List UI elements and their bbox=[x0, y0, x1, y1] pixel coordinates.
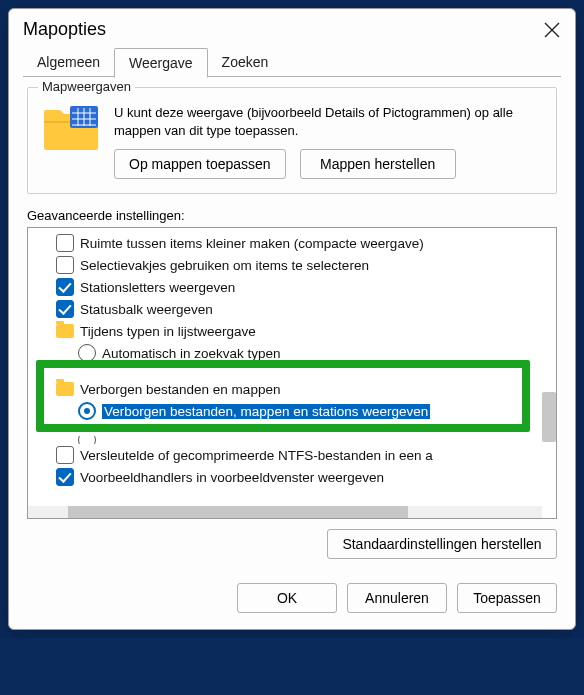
radio-icon[interactable] bbox=[78, 402, 96, 420]
window-title: Mapopties bbox=[23, 19, 106, 40]
dialog-footer: OK Annuleren Toepassen bbox=[9, 573, 575, 629]
apply-to-folders-button[interactable]: Op mappen toepassen bbox=[114, 149, 286, 179]
folder-views-title: Mapweergaven bbox=[38, 79, 135, 94]
setting-label: Stationsletters weergeven bbox=[80, 280, 235, 295]
setting-label: Automatisch in zoekvak typen bbox=[102, 346, 281, 361]
horizontal-scrollbar-thumb[interactable] bbox=[68, 506, 408, 518]
reset-folders-button[interactable]: Mappen herstellen bbox=[300, 149, 456, 179]
folder-views-icon bbox=[42, 104, 100, 152]
setting-drive-letters[interactable]: Stationsletters weergeven bbox=[34, 276, 548, 298]
setting-auto-type-search[interactable]: Automatisch in zoekvak typen bbox=[34, 342, 548, 364]
setting-label: Selectievakjes gebruiken om items te sel… bbox=[80, 258, 369, 273]
setting-label: Voorbeeldhandlers in voorbeeldvenster we… bbox=[80, 470, 384, 485]
folder-views-group: Mapweergaven U kunt deze weergave (bijvo… bbox=[27, 87, 557, 194]
cancel-button[interactable]: Annuleren bbox=[347, 583, 447, 613]
setting-group-typing[interactable]: Tijdens typen in lijstweergave bbox=[34, 320, 548, 342]
advanced-settings-label: Geavanceerde instellingen: bbox=[27, 208, 557, 223]
radio-icon[interactable] bbox=[78, 344, 96, 362]
setting-preview-handlers[interactable]: Voorbeeldhandlers in voorbeeldvenster we… bbox=[34, 466, 548, 488]
checkbox-icon[interactable] bbox=[56, 468, 74, 486]
folder-views-description: U kunt deze weergave (bijvoorbeeld Detai… bbox=[114, 104, 542, 139]
advanced-settings-tree[interactable]: Ruimte tussen items kleiner maken (compa… bbox=[27, 227, 557, 519]
tab-general[interactable]: Algemeen bbox=[23, 48, 114, 77]
checkbox-icon[interactable] bbox=[56, 256, 74, 274]
checkbox-icon[interactable] bbox=[56, 278, 74, 296]
setting-hidden-other[interactable] bbox=[34, 436, 548, 444]
radio-icon[interactable] bbox=[78, 436, 96, 444]
vertical-scrollbar-thumb[interactable] bbox=[542, 392, 556, 442]
checkbox-icon[interactable] bbox=[56, 300, 74, 318]
setting-status-bar[interactable]: Statusbalk weergeven bbox=[34, 298, 548, 320]
tab-content: Mapweergaven U kunt deze weergave (bijvo… bbox=[9, 77, 575, 573]
checkbox-icon[interactable] bbox=[56, 446, 74, 464]
checkbox-icon[interactable] bbox=[56, 234, 74, 252]
tab-view[interactable]: Weergave bbox=[114, 48, 208, 78]
tab-bar: Algemeen Weergave Zoeken bbox=[9, 48, 575, 77]
titlebar: Mapopties bbox=[9, 9, 575, 48]
setting-label: Statusbalk weergeven bbox=[80, 302, 213, 317]
setting-group-hidden-files[interactable]: Verborgen bestanden en mappen bbox=[34, 378, 548, 400]
tab-search[interactable]: Zoeken bbox=[208, 48, 283, 77]
folder-icon bbox=[56, 382, 74, 396]
setting-label: Tijdens typen in lijstweergave bbox=[80, 324, 256, 339]
setting-use-checkboxes[interactable]: Selectievakjes gebruiken om items te sel… bbox=[34, 254, 548, 276]
setting-encrypted-color[interactable]: Versleutelde of gecomprimeerde NTFS-best… bbox=[34, 444, 548, 466]
setting-label: Versleutelde of gecomprimeerde NTFS-best… bbox=[80, 448, 433, 463]
restore-defaults-button[interactable]: Standaardinstellingen herstellen bbox=[327, 529, 557, 559]
close-icon[interactable] bbox=[543, 21, 561, 39]
setting-show-hidden[interactable]: Verborgen bestanden, mappen en stations … bbox=[34, 400, 548, 422]
setting-label: Verborgen bestanden en mappen bbox=[80, 382, 280, 397]
setting-compact-view[interactable]: Ruimte tussen items kleiner maken (compa… bbox=[34, 232, 548, 254]
setting-label: Verborgen bestanden, mappen en stations … bbox=[102, 404, 430, 419]
setting-label: Ruimte tussen items kleiner maken (compa… bbox=[80, 236, 424, 251]
folder-icon bbox=[56, 324, 74, 338]
apply-button[interactable]: Toepassen bbox=[457, 583, 557, 613]
folder-options-dialog: Mapopties Algemeen Weergave Zoeken Mapwe… bbox=[8, 8, 576, 630]
ok-button[interactable]: OK bbox=[237, 583, 337, 613]
